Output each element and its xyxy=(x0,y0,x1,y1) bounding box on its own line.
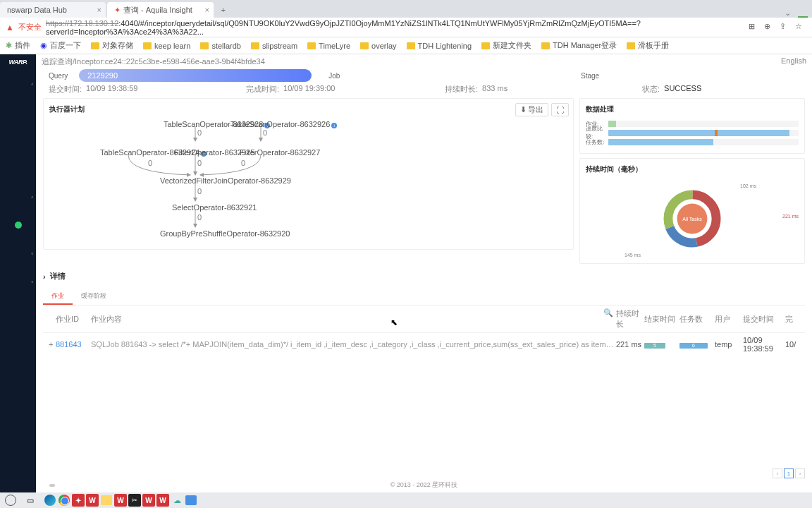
mail-icon[interactable] xyxy=(185,494,197,507)
folder-icon xyxy=(360,42,369,49)
job-id-link[interactable]: 881643 xyxy=(56,340,91,349)
share-icon[interactable]: ⇪ xyxy=(780,22,791,33)
dag-node[interactable]: SelectOperator-8632921 xyxy=(172,203,257,212)
pie-chart[interactable]: All Tasks 102 ms 221 ms 145 ms xyxy=(586,180,799,258)
url-field[interactable]: https://172.18.130.12:4040/#/inceptor/qu… xyxy=(46,19,744,36)
new-tab-button[interactable]: + xyxy=(215,2,232,18)
wps-icon[interactable]: W xyxy=(156,494,169,507)
taskview-icon[interactable]: ▭ xyxy=(24,494,37,507)
browser-tab-strip: nswarp Data Hub × ✦ 查询 - Aquila Insight … xyxy=(0,0,812,18)
zoom-icon[interactable]: ⊕ xyxy=(764,22,775,33)
tab-cache[interactable]: 缓存阶段 xyxy=(73,289,115,305)
wps-icon[interactable]: W xyxy=(142,494,155,507)
dag-node[interactable]: GroupByPreShuffleOperator-8632920 xyxy=(160,229,290,238)
chrome-icon[interactable] xyxy=(58,494,70,507)
bookmark-slipstream[interactable]: slipstream xyxy=(251,42,297,50)
pagination: ‹ 1 › xyxy=(773,468,805,478)
lang-switch[interactable]: English xyxy=(781,56,806,65)
wps-icon[interactable]: W xyxy=(114,494,127,507)
expand-icon: ⛶ xyxy=(556,106,564,114)
app-icon[interactable]: ✦ xyxy=(72,494,85,507)
download-icon: ⬇ xyxy=(520,105,527,114)
tasks-bar[interactable]: 60 xyxy=(608,139,799,145)
star-icon[interactable]: ☆ xyxy=(795,22,806,33)
table-row[interactable]: + 881643 SQLJob 881643 -> select /*+ MAP… xyxy=(43,333,805,356)
sidebar-item-4[interactable]: ‹ xyxy=(0,267,36,296)
query-label: Query xyxy=(49,72,68,80)
duration-pie-panel: 持续时间（毫秒） All Tasks 102 ms 221 ms 145 ms xyxy=(579,158,805,264)
info-icon[interactable]: i xyxy=(331,123,337,128)
svg-text:0: 0 xyxy=(241,159,245,167)
export-button[interactable]: ⬇导出 xyxy=(515,103,548,116)
svg-text:0: 0 xyxy=(148,159,152,167)
dag-node[interactable]: VectorizedFilterJoinOperator-8632929 xyxy=(160,176,291,185)
details-section: ›详情 作业 缓存阶段 作业ID 作业内容 🔍 持续时长 结束时间 任务数 用户… xyxy=(43,268,805,447)
next-page-button[interactable]: › xyxy=(795,468,805,478)
time-row: 提交时间:10/09 19:38:59 完成时间:10/09 19:39:00 … xyxy=(36,84,812,98)
execution-plan-panel: 执行器计划 ⬇导出 ⛶ 0 xyxy=(43,98,574,250)
start-icon[interactable] xyxy=(4,494,17,507)
plan-title: 执行器计划 xyxy=(49,104,567,114)
stage-label: Stage xyxy=(581,72,799,80)
tab-label: nswarp Data Hub xyxy=(7,6,67,14)
job-label: Job xyxy=(314,72,578,80)
folder-icon xyxy=(91,42,99,49)
warning-icon: ▲ xyxy=(6,23,14,32)
explorer-icon[interactable] xyxy=(100,494,113,507)
tab-jobs[interactable]: 作业 xyxy=(43,289,73,305)
search-icon[interactable]: 🔍 xyxy=(603,308,613,329)
baidu-icon: ◉ xyxy=(40,41,47,50)
svg-text:0: 0 xyxy=(197,128,202,137)
dag-canvas[interactable]: 0 0 0 0 0 0 0 TableScanOperator-8632928i… xyxy=(86,120,573,249)
sidebar: WARP. ‹ ‹ ‹ ‹ xyxy=(0,54,36,492)
dag-node[interactable]: TableScanOperator-8632926i xyxy=(230,120,337,128)
chevron-right-icon[interactable]: › xyxy=(43,272,46,281)
bookmark-stellardb[interactable]: stellardb xyxy=(200,42,241,50)
wps-icon[interactable]: W xyxy=(86,494,99,507)
bookmark-keeplearn[interactable]: keep learn xyxy=(143,42,190,50)
bookmark-newfolder[interactable]: 新建文件夹 xyxy=(481,40,531,51)
chevron-left-icon: ‹ xyxy=(31,194,33,200)
bookmark-bar: ✱插件 ◉百度一下 对象存储 keep learn stellardb slip… xyxy=(0,37,812,54)
sidebar-item-3[interactable]: ‹ xyxy=(0,239,36,267)
job-bar[interactable]: 1 xyxy=(608,121,799,127)
minimize-icon[interactable] xyxy=(798,16,808,18)
footer: © 2013 - 2022 星环科技 xyxy=(36,478,812,492)
folder-icon xyxy=(627,42,635,49)
cloud-icon[interactable]: ☁ xyxy=(171,494,183,507)
close-icon[interactable]: × xyxy=(204,6,209,14)
jobs-table: 作业ID 作业内容 🔍 持续时长 结束时间 任务数 用户 提交时间 完 + 88… xyxy=(43,306,805,447)
prev-page-button[interactable]: ‹ xyxy=(773,468,782,478)
svg-text:0: 0 xyxy=(197,187,202,195)
data-processing-panel: 数据处理 作业:1 进度比较:51 任务数:60 xyxy=(579,98,805,154)
taskbar: ▭ ✦ W W ✂ W W ☁ xyxy=(0,492,812,508)
bookmark-skateboard[interactable]: 滑板手册 xyxy=(627,40,669,51)
capcut-icon[interactable]: ✂ xyxy=(128,494,141,507)
bookmark-baidu[interactable]: ◉百度一下 xyxy=(40,40,81,51)
close-icon[interactable]: × xyxy=(97,6,102,14)
dag-node[interactable]: FilterOperator-8632927 xyxy=(240,148,320,157)
logo: WARP. xyxy=(9,54,27,70)
bookmark-overlay[interactable]: overlay xyxy=(360,42,396,50)
expand-icon[interactable]: + xyxy=(49,340,56,349)
edge-icon[interactable] xyxy=(44,494,56,507)
translate-icon[interactable]: ⊞ xyxy=(749,22,760,33)
sidebar-status[interactable] xyxy=(0,211,36,239)
pie-title: 持续时间（毫秒） xyxy=(586,164,799,174)
address-bar: ▲ 不安全 https://172.18.130.12:4040/#/incep… xyxy=(0,18,812,37)
sidebar-item-2[interactable]: ‹ xyxy=(0,183,36,211)
folder-icon xyxy=(200,42,209,49)
bookmark-tdhmanager[interactable]: TDH Manager登录 xyxy=(541,40,617,51)
tab-datahub[interactable]: nswarp Data Hub × xyxy=(0,2,106,18)
bookmark-plugins[interactable]: ✱插件 xyxy=(6,40,30,51)
page-1-button[interactable]: 1 xyxy=(784,468,794,478)
chevron-down-icon[interactable]: ⌄ xyxy=(785,8,791,18)
bookmark-lightening[interactable]: TDH Lightening xyxy=(407,42,472,50)
tab-aquila[interactable]: ✦ 查询 - Aquila Insight × xyxy=(107,2,214,18)
bookmark-storage[interactable]: 对象存储 xyxy=(91,40,133,51)
progress-bar[interactable]: 51 xyxy=(608,130,799,136)
bookmark-timelyre[interactable]: TimeLyre xyxy=(307,42,350,50)
expand-button[interactable]: ⛶ xyxy=(551,103,569,116)
sidebar-item-1[interactable]: ‹ xyxy=(0,70,36,98)
query-pill[interactable]: 2129290 xyxy=(79,69,312,82)
